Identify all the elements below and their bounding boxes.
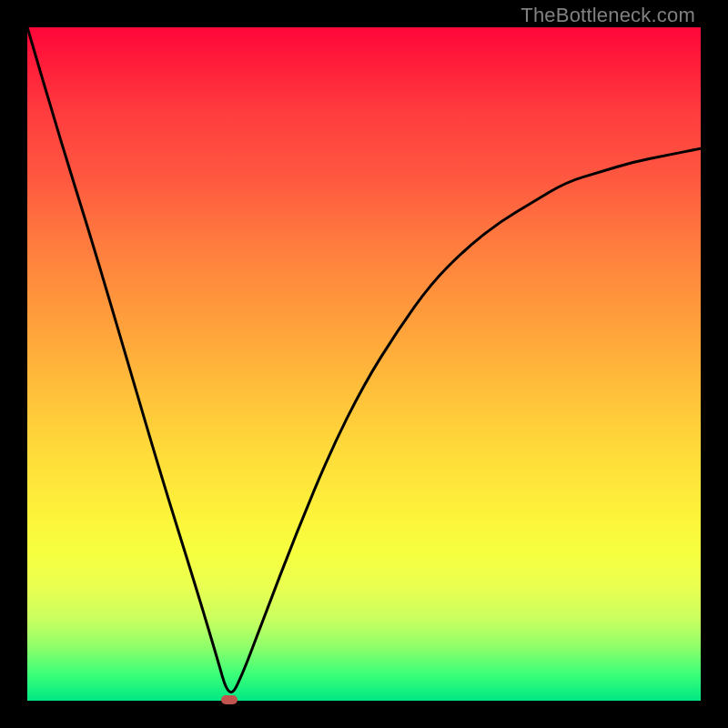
plot-area	[27, 27, 701, 701]
minimum-marker	[221, 695, 238, 704]
watermark-text: TheBottleneck.com	[521, 4, 695, 27]
chart-frame: TheBottleneck.com	[0, 0, 728, 728]
bottleneck-curve	[27, 27, 701, 701]
